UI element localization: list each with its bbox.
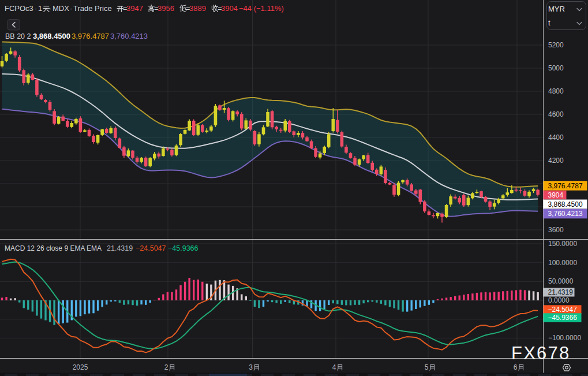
svg-text:3947: 3947: [126, 4, 143, 13]
svg-text:3956: 3956: [158, 4, 174, 13]
svg-text:5000: 5000: [548, 64, 564, 72]
svg-text:3889: 3889: [189, 4, 206, 13]
svg-text:3,868.4500: 3,868.4500: [33, 32, 70, 40]
svg-text:FX678: FX678: [511, 343, 570, 363]
svg-text:3,760.4213: 3,760.4213: [548, 210, 583, 218]
svg-text:−24.5047: −24.5047: [136, 244, 166, 252]
svg-text:2025: 2025: [73, 363, 88, 371]
svg-text:3904: 3904: [548, 191, 564, 199]
svg-text:−45.9366: −45.9366: [168, 244, 199, 252]
svg-text:−100.0000: −100.0000: [548, 334, 581, 342]
svg-text:2: 2: [164, 363, 168, 371]
svg-text:BB 20 2: BB 20 2: [5, 32, 31, 40]
svg-text:4600: 4600: [548, 110, 564, 118]
svg-text:3,976.4787: 3,976.4787: [548, 182, 583, 190]
svg-text:3: 3: [249, 363, 253, 371]
svg-text:4400: 4400: [548, 133, 564, 142]
svg-text:4800: 4800: [548, 87, 564, 95]
svg-text:21.4319: 21.4319: [107, 244, 133, 252]
svg-text:FCPOc3: FCPOc3: [5, 4, 33, 13]
svg-text:4200: 4200: [548, 157, 564, 165]
svg-text:MACD 12 26 close 9 EMA EMA: MACD 12 26 close 9 EMA EMA: [5, 244, 102, 252]
svg-text:Trade Price: Trade Price: [73, 4, 112, 13]
svg-text:3,760.4213: 3,760.4213: [110, 32, 148, 40]
svg-text:MYR: MYR: [548, 5, 565, 13]
svg-text:1: 1: [38, 4, 42, 13]
svg-text:3,976.4787: 3,976.4787: [72, 32, 109, 40]
svg-text:4: 4: [332, 363, 336, 371]
svg-text:0.0000: 0.0000: [548, 296, 570, 304]
svg-text:50.0000: 50.0000: [548, 277, 574, 285]
svg-text:5: 5: [425, 363, 429, 371]
svg-text:·: ·: [70, 4, 72, 13]
svg-text:·: ·: [49, 4, 51, 13]
svg-text:MDX: MDX: [53, 4, 69, 13]
svg-text:3,868.4500: 3,868.4500: [548, 200, 583, 209]
svg-text:6: 6: [514, 363, 518, 371]
svg-text:·: ·: [35, 4, 37, 13]
svg-text:3600: 3600: [548, 226, 564, 234]
svg-text:5200: 5200: [548, 41, 564, 49]
svg-text:150.0000: 150.0000: [548, 240, 577, 248]
svg-text:21.4319: 21.4319: [548, 288, 574, 296]
svg-text:−24.5047: −24.5047: [548, 306, 578, 314]
svg-text:t: t: [548, 18, 550, 27]
svg-text:3904: 3904: [221, 4, 238, 13]
svg-text:100.0000: 100.0000: [548, 259, 577, 267]
svg-text:−45.9366: −45.9366: [548, 314, 578, 322]
svg-text:−44 (−1.11%): −44 (−1.11%): [239, 4, 284, 13]
